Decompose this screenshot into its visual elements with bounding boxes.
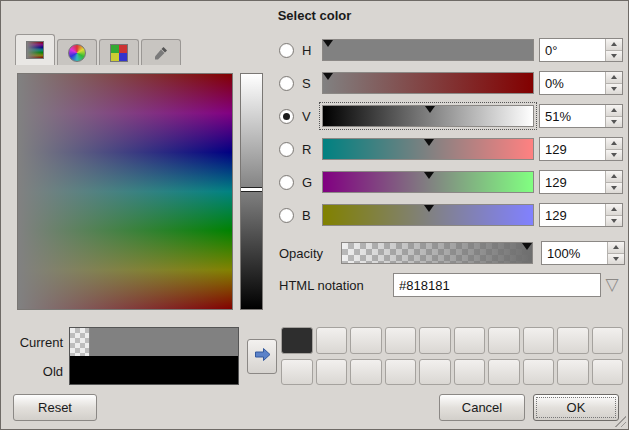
spinbox-h[interactable] bbox=[539, 38, 623, 62]
spin-down-button[interactable] bbox=[606, 50, 622, 62]
value-bar[interactable] bbox=[240, 73, 263, 310]
spin-up-button[interactable] bbox=[606, 39, 622, 50]
right-arrow-icon bbox=[253, 345, 272, 368]
palette-swatch[interactable] bbox=[523, 359, 555, 386]
spinbox-opacity[interactable] bbox=[541, 241, 625, 265]
html-notation-dropdown-icon[interactable]: ▽ bbox=[601, 274, 623, 296]
radio-h[interactable] bbox=[279, 43, 294, 58]
arrow-up-icon bbox=[611, 207, 617, 211]
spinbox-g-input[interactable] bbox=[540, 171, 603, 193]
radio-dot bbox=[283, 113, 290, 120]
palette-swatch[interactable] bbox=[488, 359, 520, 386]
spinbox-s-input[interactable] bbox=[540, 72, 603, 94]
spinbox-b[interactable] bbox=[539, 203, 623, 227]
radio-s[interactable] bbox=[279, 76, 294, 91]
current-color-swatch bbox=[70, 328, 238, 356]
arrow-up-icon bbox=[611, 108, 617, 112]
tab-palette[interactable] bbox=[99, 39, 139, 65]
palette-swatch[interactable] bbox=[488, 327, 520, 354]
palette-swatch[interactable] bbox=[557, 359, 589, 386]
spin-down-button[interactable] bbox=[606, 116, 622, 128]
spinbox-r-input[interactable] bbox=[540, 138, 603, 160]
spin-up-button[interactable] bbox=[606, 72, 622, 83]
radio-v[interactable] bbox=[279, 109, 294, 124]
slider-h[interactable] bbox=[322, 39, 534, 61]
slider-r[interactable] bbox=[322, 138, 534, 160]
spinbox-g[interactable] bbox=[539, 170, 623, 194]
store-color-button[interactable] bbox=[247, 339, 277, 374]
palette-swatch[interactable] bbox=[454, 327, 486, 354]
slider-v[interactable] bbox=[322, 105, 534, 127]
spinbox-opacity-input[interactable] bbox=[542, 242, 605, 264]
spin-buttons bbox=[605, 72, 622, 94]
spin-up-button[interactable] bbox=[606, 171, 622, 182]
old-color-swatch[interactable] bbox=[70, 356, 238, 384]
color-square[interactable] bbox=[17, 73, 233, 310]
opacity-slider[interactable] bbox=[341, 242, 533, 264]
value-bar-handle[interactable] bbox=[241, 187, 262, 192]
spin-buttons bbox=[607, 242, 624, 264]
palette-swatch[interactable] bbox=[454, 359, 486, 386]
palette-swatch[interactable] bbox=[281, 359, 313, 386]
tab-eyedropper[interactable] bbox=[141, 39, 181, 65]
spin-up-button[interactable] bbox=[608, 242, 624, 253]
cancel-button[interactable]: Cancel bbox=[439, 394, 525, 421]
spin-up-button[interactable] bbox=[606, 105, 622, 116]
opacity-row: Opacity bbox=[279, 241, 623, 265]
slider-b[interactable] bbox=[322, 204, 534, 226]
html-notation-input[interactable] bbox=[393, 273, 601, 297]
radio-b[interactable] bbox=[279, 208, 294, 223]
palette-swatch[interactable] bbox=[316, 359, 348, 386]
channel-row-h: H bbox=[279, 38, 623, 62]
slider-s-handle[interactable] bbox=[323, 73, 333, 80]
slider-h-handle[interactable] bbox=[323, 40, 333, 47]
reset-button[interactable]: Reset bbox=[13, 394, 97, 421]
palette-swatch[interactable] bbox=[592, 359, 624, 386]
palette-swatch[interactable] bbox=[281, 327, 313, 354]
opacity-label: Opacity bbox=[279, 246, 341, 261]
palette-swatch[interactable] bbox=[557, 327, 589, 354]
spinbox-s[interactable] bbox=[539, 71, 623, 95]
radio-g[interactable] bbox=[279, 175, 294, 190]
slider-b-handle[interactable] bbox=[424, 205, 434, 212]
arrow-up-icon bbox=[611, 174, 617, 178]
spin-down-button[interactable] bbox=[606, 149, 622, 161]
slider-s[interactable] bbox=[322, 72, 534, 94]
channel-row-s: S bbox=[279, 71, 623, 95]
palette-swatch[interactable] bbox=[592, 327, 624, 354]
spinbox-v-input[interactable] bbox=[540, 105, 603, 127]
slider-g[interactable] bbox=[322, 171, 534, 193]
spinbox-b-input[interactable] bbox=[540, 204, 603, 226]
channel-label-v: V bbox=[302, 109, 316, 124]
spin-up-button[interactable] bbox=[606, 138, 622, 149]
palette-icon bbox=[110, 44, 128, 62]
slider-g-handle[interactable] bbox=[424, 172, 434, 179]
spinbox-r[interactable] bbox=[539, 137, 623, 161]
palette-swatch[interactable] bbox=[385, 359, 417, 386]
slider-v-handle[interactable] bbox=[425, 106, 435, 113]
tab-color-wheel[interactable] bbox=[57, 39, 97, 65]
palette-swatch[interactable] bbox=[385, 327, 417, 354]
channel-row-r: R bbox=[279, 137, 623, 161]
spin-up-button[interactable] bbox=[606, 204, 622, 215]
spin-down-button[interactable] bbox=[606, 83, 622, 95]
spin-buttons bbox=[605, 138, 622, 160]
spin-down-button[interactable] bbox=[606, 182, 622, 194]
palette-swatch[interactable] bbox=[350, 327, 382, 354]
current-label: Current bbox=[5, 335, 63, 350]
slider-r-handle[interactable] bbox=[424, 139, 434, 146]
tab-gimp-selector[interactable] bbox=[15, 34, 55, 65]
palette-swatch[interactable] bbox=[419, 327, 451, 354]
spin-down-button[interactable] bbox=[606, 215, 622, 227]
ok-button[interactable]: OK bbox=[533, 394, 619, 421]
radio-r[interactable] bbox=[279, 142, 294, 157]
spin-down-button[interactable] bbox=[608, 253, 624, 265]
palette-swatch[interactable] bbox=[350, 359, 382, 386]
palette-swatch[interactable] bbox=[419, 359, 451, 386]
spinbox-h-input[interactable] bbox=[540, 39, 603, 61]
arrow-up-icon bbox=[613, 245, 619, 249]
palette-swatch[interactable] bbox=[316, 327, 348, 354]
palette-swatch[interactable] bbox=[523, 327, 555, 354]
spinbox-v[interactable] bbox=[539, 104, 623, 128]
opacity-handle[interactable] bbox=[522, 243, 532, 250]
